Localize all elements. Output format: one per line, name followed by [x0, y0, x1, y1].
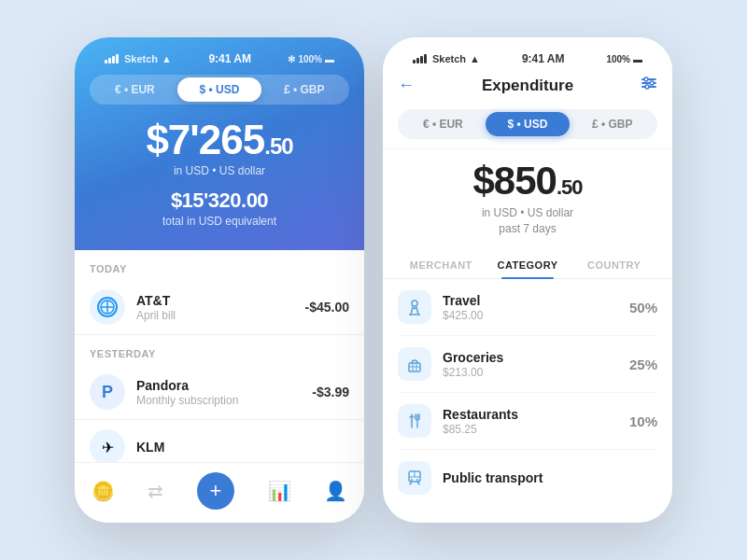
exp-amount-display: $850.50	[398, 159, 657, 203]
section-today: TODAY	[75, 250, 364, 280]
restaurants-icon	[398, 404, 431, 438]
svg-point-25	[416, 479, 418, 481]
tab-merchant[interactable]: MERCHANT	[398, 250, 485, 278]
app-name-right: Sketch	[432, 53, 466, 64]
transport-info: Public transport	[443, 470, 657, 485]
tab-usd-left[interactable]: $ • USD	[177, 77, 262, 102]
category-travel[interactable]: Travel $425.00 50%	[398, 279, 657, 336]
groceries-icon	[398, 347, 431, 381]
right-nav-row: ← Expenditure	[398, 69, 657, 102]
groceries-percent: 25%	[629, 357, 657, 372]
transport-icon	[398, 461, 431, 495]
travel-info: Travel $425.00	[443, 293, 629, 322]
right-tab-gbp[interactable]: £ • GBP	[570, 112, 655, 136]
left-body: TODAY AT&T April bill -$45.00 YESTERDAY	[75, 250, 364, 462]
right-tab-eur[interactable]: € • EUR	[401, 112, 486, 136]
pandora-name: Pandora	[136, 378, 312, 393]
svg-point-6	[644, 77, 648, 81]
right-phone: Sketch ▲ 9:41 AM 100% ▬ ← Expenditure	[383, 37, 672, 523]
transport-name: Public transport	[443, 470, 657, 485]
right-currency-tabs: € • EUR $ • USD £ • GBP	[398, 109, 657, 139]
battery-left: 100%	[298, 54, 322, 64]
tab-eur-left[interactable]: € • EUR	[92, 77, 177, 102]
right-signal-icon	[413, 54, 427, 63]
restaurants-info: Restaurants $85.25	[443, 407, 629, 436]
section-yesterday: YESTERDAY	[75, 335, 364, 365]
travel-name: Travel	[443, 293, 629, 308]
add-nav-button[interactable]: +	[197, 472, 234, 510]
right-status-bar: Sketch ▲ 9:41 AM 100% ▬	[398, 45, 657, 69]
time-left: 9:41 AM	[208, 52, 251, 65]
restaurants-percent: 10%	[629, 413, 657, 429]
travel-icon	[398, 290, 431, 324]
right-battery-icon: ▬	[633, 54, 642, 64]
right-wifi-icon: ▲	[470, 53, 480, 64]
secondary-label: total in USD equivalent	[90, 215, 349, 228]
left-phone: Sketch ▲ 9:41 AM ✻ 100% ▬ € • EUR $ • US…	[75, 37, 364, 523]
left-header: Sketch ▲ 9:41 AM ✻ 100% ▬ € • EUR $ • US…	[75, 37, 364, 250]
profile-nav-icon[interactable]: 👤	[324, 480, 347, 502]
restaurants-name: Restaurants	[443, 407, 629, 422]
secondary-amount: $15'320.00	[90, 189, 349, 213]
tab-country[interactable]: COUNTRY	[571, 250, 657, 278]
main-integer: $7'265	[146, 117, 264, 162]
exp-sublabel: past 7 days	[398, 222, 657, 235]
expenditure-amount: $850.50 in USD • US dollar past 7 days	[383, 149, 672, 250]
pandora-sub: Monthly subscription	[136, 394, 312, 407]
main-cents: .50	[264, 133, 292, 159]
klm-icon: ✈	[90, 429, 125, 462]
filter-button[interactable]	[641, 75, 657, 96]
page-title: Expenditure	[482, 77, 573, 95]
transfer-nav-icon[interactable]: ⇄	[148, 480, 163, 502]
category-public-transport[interactable]: Public transport	[398, 450, 657, 506]
wallet-nav-icon[interactable]: 🪙	[92, 480, 115, 502]
klm-info: KLM	[136, 440, 349, 455]
pandora-icon: P	[90, 374, 125, 410]
left-currency-tabs: € • EUR $ • USD £ • GBP	[90, 75, 349, 105]
back-button[interactable]: ←	[398, 76, 415, 95]
restaurants-amount: $85.25	[443, 423, 629, 436]
klm-name: KLM	[136, 440, 349, 455]
transaction-pandora[interactable]: P Pandora Monthly subscription -$3.99	[75, 365, 364, 420]
category-list: Travel $425.00 50% Groceries $213.00 25%	[383, 279, 672, 523]
main-currency-label: in USD • US dollar	[90, 164, 349, 177]
right-header: Sketch ▲ 9:41 AM 100% ▬ ← Expenditure	[383, 37, 672, 149]
att-amount: -$45.00	[305, 300, 349, 315]
category-restaurants[interactable]: Restaurants $85.25 10%	[398, 393, 657, 450]
battery-icon: ▬	[325, 54, 334, 64]
transaction-klm[interactable]: ✈ KLM	[75, 420, 364, 462]
travel-amount: $425.00	[443, 309, 629, 322]
tab-gbp-left[interactable]: £ • GBP	[261, 77, 346, 102]
groceries-name: Groceries	[443, 350, 629, 365]
bottom-nav: 🪙 ⇄ + 📊 👤	[75, 462, 364, 523]
svg-point-7	[650, 81, 654, 85]
category-groceries[interactable]: Groceries $213.00 25%	[398, 336, 657, 393]
main-amount-display: $7'265.50	[90, 119, 349, 161]
att-icon	[90, 289, 125, 325]
exp-integer: $850	[472, 159, 556, 203]
signal-icon	[105, 54, 119, 63]
left-status-bar: Sketch ▲ 9:41 AM ✻ 100% ▬	[90, 45, 349, 69]
exp-cents: .50	[557, 175, 583, 199]
time-right: 9:41 AM	[522, 52, 565, 65]
pandora-info: Pandora Monthly subscription	[136, 378, 312, 407]
exp-label: in USD • US dollar	[398, 206, 657, 219]
att-sub: April bill	[136, 309, 305, 322]
pandora-amount: -$3.99	[312, 385, 349, 399]
expenditure-tabs: MERCHANT CATEGORY COUNTRY	[383, 250, 672, 279]
right-tab-usd[interactable]: $ • USD	[486, 112, 571, 136]
att-name: AT&T	[136, 293, 305, 308]
travel-percent: 50%	[629, 300, 657, 315]
app-name-left: Sketch	[124, 53, 158, 64]
bluetooth-icon: ✻	[288, 54, 295, 64]
tab-category[interactable]: CATEGORY	[485, 250, 571, 278]
groceries-info: Groceries $213.00	[443, 350, 629, 379]
transaction-att[interactable]: AT&T April bill -$45.00	[75, 280, 364, 335]
chart-nav-icon[interactable]: 📊	[268, 480, 291, 502]
wifi-icon: ▲	[162, 53, 172, 64]
groceries-amount: $213.00	[443, 366, 629, 379]
main-balance: $7'265.50 in USD • US dollar $15'320.00 …	[90, 119, 349, 228]
right-battery-pct: 100%	[606, 54, 630, 64]
svg-point-8	[645, 85, 649, 89]
svg-point-9	[412, 301, 417, 306]
